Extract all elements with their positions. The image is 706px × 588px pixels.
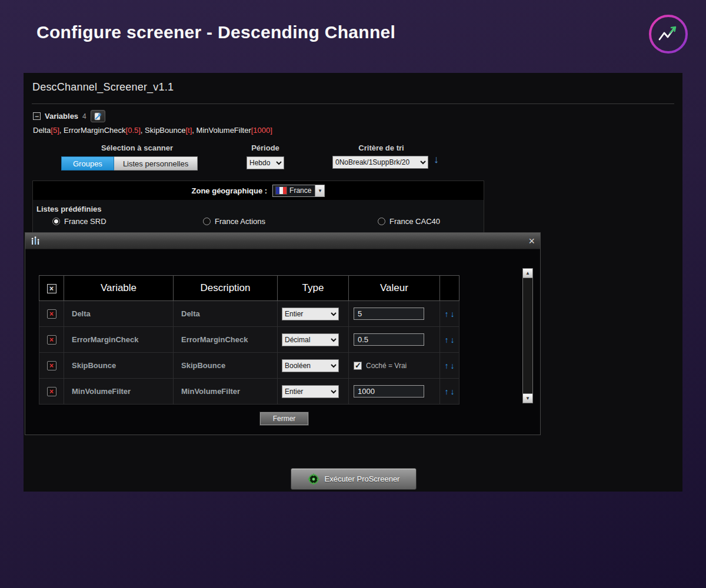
var-value: [5] — [51, 126, 59, 135]
scroll-up-icon[interactable]: ▲ — [523, 269, 532, 278]
type-select[interactable]: Entier — [282, 308, 339, 320]
radio-label: France CAC40 — [389, 217, 440, 226]
var-name: Delta — [33, 126, 51, 135]
variable-name: SkipBounce — [64, 353, 174, 379]
move-down-icon[interactable]: ↓ — [451, 361, 455, 370]
var-value: [t] — [185, 126, 192, 135]
delete-row-icon[interactable]: × — [47, 387, 56, 396]
separator: , — [141, 126, 145, 135]
delete-row-icon[interactable]: × — [47, 309, 56, 319]
variable-name: Delta — [64, 301, 174, 327]
dialog-chart-icon — [31, 236, 42, 246]
variable-description: SkipBounce — [174, 353, 278, 379]
predefined-lists-label: Listes prédéfinies — [36, 205, 102, 213]
var-name: MinVolumeFilter — [197, 126, 251, 135]
checkbox-label: Coché = Vrai — [366, 362, 407, 370]
radio-france-srd[interactable]: France SRD — [52, 217, 106, 226]
radio-input[interactable] — [378, 218, 385, 225]
close-dialog-button[interactable]: Fermer — [259, 412, 309, 426]
table-row: × MinVolumeFilter MinVolumeFilter Entier… — [39, 379, 459, 405]
variables-table: × Variable Description Type Valeur × Del… — [39, 275, 459, 405]
var-value: [1000] — [251, 126, 272, 135]
value-input[interactable] — [354, 385, 424, 397]
wrench-icon — [94, 112, 102, 121]
variables-count: 4 — [82, 112, 86, 121]
dialog-titlebar[interactable]: × — [25, 233, 540, 249]
scrollbar-track[interactable]: ▲ ▼ — [522, 268, 533, 403]
sort-direction-icon[interactable]: ↓ — [434, 153, 439, 166]
col-valeur: Valeur — [349, 276, 440, 301]
var-value: [0.5] — [126, 126, 141, 135]
edit-variables-button[interactable] — [91, 110, 105, 122]
radio-france-cac40[interactable]: France CAC40 — [378, 217, 440, 226]
radio-label: France SRD — [64, 217, 106, 226]
flag-france-icon — [276, 187, 287, 194]
target-icon — [308, 473, 319, 485]
variable-name: ErrorMarginCheck — [64, 327, 174, 353]
table-row: × SkipBounce SkipBounce Booléen Coché = … — [39, 353, 459, 379]
period-label: Période — [229, 143, 301, 152]
var-name: ErrorMarginCheck — [64, 126, 125, 135]
variable-description: ErrorMarginCheck — [174, 327, 278, 353]
type-select[interactable]: Décimal — [282, 333, 339, 346]
divider — [32, 103, 674, 104]
variables-label: Variables — [45, 112, 78, 121]
scan-target-tabs: Groupes Listes personnelles — [61, 156, 198, 171]
move-up-icon[interactable]: ↑ — [445, 387, 449, 396]
var-name: SkipBounce — [145, 126, 185, 135]
sort-criteria-label: Critère de tri — [334, 143, 428, 152]
col-actions — [440, 276, 459, 301]
col-type: Type — [278, 276, 349, 301]
radio-input[interactable] — [203, 218, 211, 225]
delete-row-icon[interactable]: × — [47, 335, 56, 345]
country-select[interactable]: France ▾ — [272, 185, 325, 197]
move-up-icon[interactable]: ↑ — [445, 335, 449, 345]
close-icon[interactable]: × — [528, 236, 535, 246]
selection-label: Sélection à scanner — [61, 143, 213, 152]
variable-description: MinVolumeFilter — [174, 379, 278, 405]
radio-label: France Actions — [215, 217, 265, 226]
value-input[interactable] — [354, 308, 424, 320]
page-title: Configure screener - Descending Channel — [36, 22, 395, 42]
move-up-icon[interactable]: ↑ — [445, 361, 449, 370]
scroll-down-icon[interactable]: ▼ — [523, 393, 532, 403]
variable-description: Delta — [174, 301, 278, 327]
screener-name: DescChannel_Screener_v1.1 — [32, 81, 174, 93]
chevron-down-icon: ▾ — [315, 185, 324, 196]
radio-input[interactable] — [52, 218, 60, 225]
variable-name: MinVolumeFilter — [64, 379, 174, 405]
execute-label: Exécuter ProScreener — [325, 475, 400, 483]
radio-france-actions[interactable]: France Actions — [203, 217, 265, 226]
table-row: × Delta Delta Entier ↑↓ — [39, 301, 459, 327]
variables-header: − Variables 4 — [33, 110, 105, 122]
type-select[interactable]: Booléen — [282, 359, 339, 372]
tab-listes-personnelles[interactable]: Listes personnelles — [114, 156, 198, 171]
country-value: France — [289, 186, 311, 195]
delete-all-icon[interactable]: × — [47, 284, 56, 293]
zone-label: Zone géographique : — [192, 186, 268, 195]
move-down-icon[interactable]: ↓ — [451, 387, 455, 396]
brand-chart-logo-icon — [647, 13, 690, 55]
boolean-value: Coché = Vrai — [354, 362, 439, 370]
tab-groupes[interactable]: Groupes — [61, 156, 114, 171]
col-variable: Variable — [64, 276, 174, 301]
table-header-row: × Variable Description Type Valeur — [39, 276, 459, 301]
variables-summary: Delta[5], ErrorMarginCheck[0.5], SkipBou… — [33, 126, 272, 135]
table-row: × ErrorMarginCheck ErrorMarginCheck Déci… — [39, 327, 459, 353]
separator: , — [59, 126, 64, 135]
execute-proscreener-button[interactable]: Exécuter ProScreener — [291, 468, 417, 490]
move-down-icon[interactable]: ↓ — [451, 335, 455, 345]
sort-criteria-select[interactable]: 0NoBreak/1SuppBrk/20 — [332, 156, 428, 169]
variables-dialog: × × Variable Description Type Valeur × D… — [25, 232, 541, 435]
move-up-icon[interactable]: ↑ — [445, 309, 449, 319]
period-select[interactable]: Hebdo — [247, 156, 284, 169]
delete-row-icon[interactable]: × — [47, 361, 56, 370]
move-down-icon[interactable]: ↓ — [451, 309, 455, 319]
collapse-icon[interactable]: − — [33, 112, 41, 120]
value-checkbox[interactable] — [354, 362, 362, 370]
geographic-zone-bar: Zone géographique : France ▾ — [33, 181, 484, 200]
col-description: Description — [174, 276, 278, 301]
value-input[interactable] — [354, 333, 424, 346]
separator: , — [192, 126, 196, 135]
type-select[interactable]: Entier — [282, 385, 339, 398]
